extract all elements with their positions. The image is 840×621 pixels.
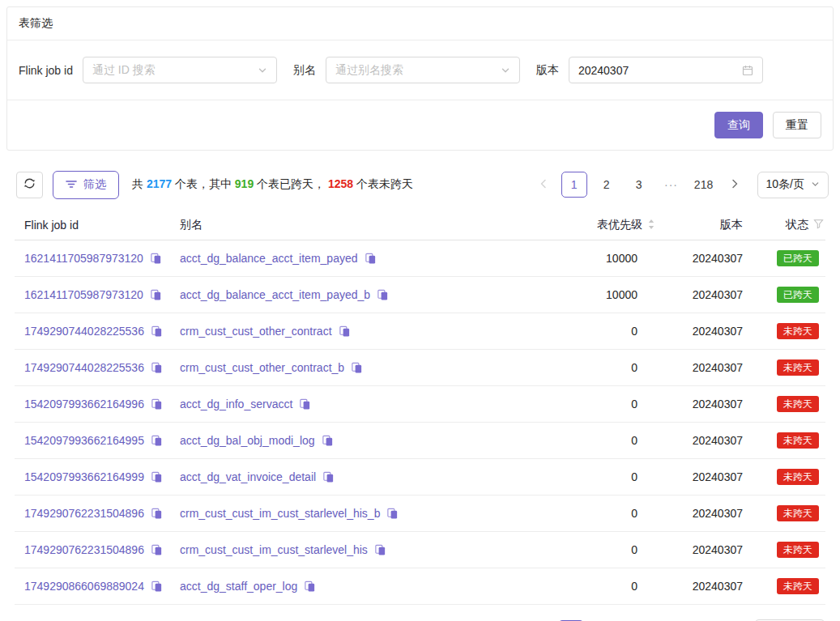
status-badge: 已跨天 [777,287,819,303]
col-header-status-label: 状态 [786,218,808,232]
pagination-top: 123···218 10条/页 [532,172,829,198]
job-id-link[interactable]: 1749290762231504896 [24,507,144,520]
priority-cell: 0 [561,543,659,556]
status-badge: 未跨天 [777,578,819,594]
filter-card: 表筛选 Flink job id 通过 ID 搜索 别名 通过别名搜索 [6,6,834,151]
alias-link[interactable]: acct_dg_vat_invoice_detail [180,470,316,483]
version-cell: 20240307 [659,398,748,410]
priority-cell: 0 [561,434,659,447]
priority-cell: 0 [561,507,659,520]
version-cell: 20240307 [659,543,748,556]
alias-link[interactable]: crm_cust_cust_other_contract_b [180,361,344,374]
copy-icon[interactable] [365,253,377,265]
copy-icon[interactable] [150,253,162,265]
table-row: 1621411705987973120 acct_dg_balance_acct… [15,240,825,277]
priority-cell: 0 [561,398,659,410]
job-id-link[interactable]: 1749290744028225536 [24,325,144,338]
filter-form: Flink job id 通过 ID 搜索 别名 通过别名搜索 [7,40,833,100]
table-row: 1542097993662164995 acct_dg_bal_obj_modi… [15,423,825,459]
table-row: 1749290866069889024 acct_dg_staff_oper_l… [15,568,825,605]
page-number-button[interactable]: 218 [691,172,717,198]
copy-icon[interactable] [351,362,363,374]
copy-icon[interactable] [151,581,163,593]
copy-icon[interactable] [151,435,163,447]
page-size-select[interactable]: 10条/页 [757,172,829,198]
priority-cell: 0 [561,580,659,593]
job-id-label: Flink job id [19,64,73,77]
page-number-button[interactable]: 1 [561,172,587,198]
table-row: 1542097993662164999 acct_dg_vat_invoice_… [15,459,825,496]
copy-icon[interactable] [304,581,316,593]
copy-icon[interactable] [151,398,163,410]
alias-link[interactable]: acct_dg_balance_acct_item_payed [180,252,358,265]
version-date-input[interactable]: 20240307 [569,57,763,83]
filter-lines-icon [66,178,77,191]
copy-icon[interactable] [386,508,399,520]
copy-icon[interactable] [150,289,162,301]
status-badge: 未跨天 [777,432,819,449]
filter-button-label: 筛选 [83,177,106,192]
alias-link[interactable]: acct_dg_info_servacct [180,398,292,410]
table-row: 1749290744028225536 crm_cust_cust_other_… [15,350,825,386]
page-number-button[interactable]: 2 [594,172,620,198]
copy-icon[interactable] [151,362,163,374]
col-header-priority[interactable]: 表优先级 [561,218,659,233]
alias-link[interactable]: acct_dg_bal_obj_modi_log [180,434,315,447]
alias-link[interactable]: acct_dg_staff_oper_log [180,580,297,593]
alias-link[interactable]: crm_cust_cust_im_cust_starlevel_his_b [180,507,380,520]
alias-link[interactable]: crm_cust_cust_im_cust_starlevel_his [180,543,368,556]
col-header-version: 版本 [659,218,748,232]
job-id-select[interactable]: 通过 ID 搜索 [83,57,277,83]
reset-button[interactable]: 重置 [773,112,821,138]
summary-not-crossed-count: 1258 [328,177,353,190]
prev-page-button[interactable] [532,172,555,198]
job-id-placeholder: 通过 ID 搜索 [92,63,258,78]
job-id-link[interactable]: 1542097993662164999 [24,470,144,483]
status-badge: 未跨天 [777,469,819,485]
copy-icon[interactable] [322,435,334,447]
copy-icon[interactable] [377,289,389,301]
job-id-link[interactable]: 1542097993662164996 [24,398,144,410]
alias-filter-group: 别名 通过别名搜索 [293,57,520,83]
copy-icon[interactable] [374,544,386,556]
table-body: 1621411705987973120 acct_dg_balance_acct… [15,240,825,605]
page-number-button[interactable]: 3 [626,172,652,198]
version-cell: 20240307 [659,580,748,593]
next-page-button[interactable] [723,172,746,198]
copy-icon[interactable] [339,325,351,338]
version-label: 版本 [536,63,559,78]
version-cell: 20240307 [659,252,748,265]
page-ellipsis[interactable]: ··· [659,172,684,198]
version-filter-group: 版本 20240307 [536,57,763,83]
alias-label: 别名 [293,63,316,78]
copy-icon[interactable] [151,325,163,338]
version-cell: 20240307 [659,325,748,338]
copy-icon[interactable] [322,471,335,483]
version-cell: 20240307 [659,507,748,520]
funnel-icon[interactable] [813,219,824,232]
copy-icon[interactable] [151,471,163,483]
job-id-link[interactable]: 1749290744028225536 [24,361,144,374]
job-id-link[interactable]: 1542097993662164995 [24,434,144,447]
job-id-link[interactable]: 1749290762231504896 [24,543,144,556]
query-button[interactable]: 查询 [714,112,763,138]
version-cell: 20240307 [659,434,748,447]
copy-icon[interactable] [151,508,163,520]
refresh-button[interactable] [16,172,43,198]
page-size-label: 10条/页 [766,177,804,192]
table-row: 1749290744028225536 crm_cust_cust_other_… [15,313,825,350]
job-id-link[interactable]: 1621411705987973120 [24,252,143,265]
alias-select[interactable]: 通过别名搜索 [326,57,520,83]
version-cell: 20240307 [659,470,748,483]
job-id-link[interactable]: 1749290866069889024 [24,580,144,593]
copy-icon[interactable] [151,544,163,556]
alias-link[interactable]: acct_dg_balance_acct_item_payed_b [180,288,370,301]
refresh-icon [23,177,36,192]
chevron-right-icon [731,179,739,191]
priority-cell: 0 [561,470,659,483]
job-id-link[interactable]: 1621411705987973120 [24,288,143,301]
sorter-icon[interactable] [647,218,655,233]
copy-icon[interactable] [299,398,311,410]
filter-button[interactable]: 筛选 [53,171,119,199]
alias-link[interactable]: crm_cust_cust_other_contract [180,325,332,338]
